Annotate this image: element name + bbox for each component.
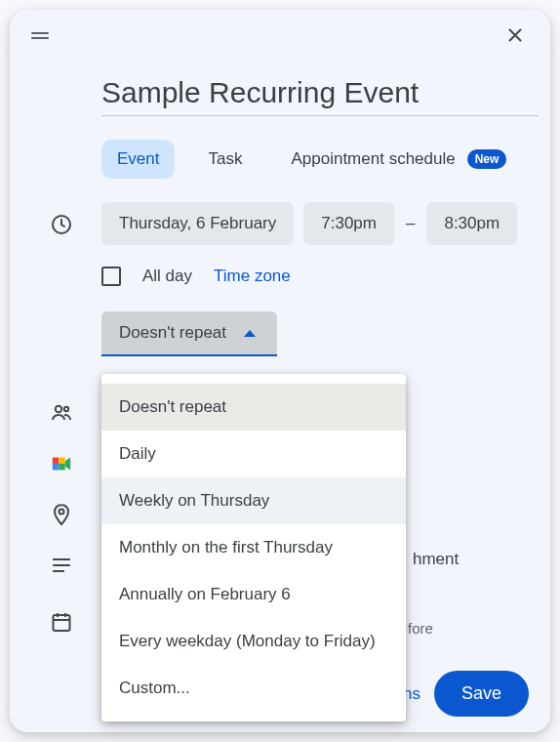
- svg-rect-7: [59, 464, 64, 470]
- start-time-chip[interactable]: 7:30pm: [303, 202, 394, 245]
- date-chip[interactable]: Thursday, 6 February: [101, 202, 294, 245]
- tab-event[interactable]: Event: [101, 140, 175, 179]
- event-title-input[interactable]: [101, 76, 539, 116]
- entry-type-tabs: Event Task Appointment schedule New: [101, 140, 550, 179]
- end-time-chip[interactable]: 8:30pm: [426, 202, 517, 245]
- all-day-checkbox[interactable]: [101, 267, 121, 286]
- location-icon: [49, 502, 74, 527]
- recurrence-option-monthly[interactable]: Monthly on the first Thursday: [101, 524, 406, 571]
- description-icon: [49, 553, 74, 578]
- tab-appointment-schedule[interactable]: Appointment schedule New: [275, 140, 522, 179]
- svg-rect-5: [59, 458, 64, 464]
- svg-rect-6: [53, 464, 59, 470]
- recurrence-select-value: Doesn't repeat: [119, 323, 226, 343]
- svg-point-1: [56, 406, 61, 412]
- time-zone-link[interactable]: Time zone: [214, 267, 291, 286]
- recurrence-option-custom[interactable]: Custom...: [101, 665, 406, 712]
- recurrence-option-daily[interactable]: Daily: [101, 431, 406, 477]
- allday-row: All day Time zone: [10, 267, 550, 286]
- close-button[interactable]: [496, 16, 535, 55]
- drag-handle-icon[interactable]: [31, 24, 53, 46]
- svg-point-2: [64, 407, 68, 411]
- recurrence-dropdown: Doesn't repeat Daily Weekly on Thursday …: [101, 374, 406, 721]
- attachment-text-peek: hment: [413, 550, 459, 569]
- time-range-separator: –: [404, 214, 417, 233]
- clock-icon: [49, 212, 74, 237]
- close-icon: [504, 24, 526, 46]
- all-day-label: All day: [142, 267, 192, 286]
- chevron-up-icon: [244, 330, 256, 337]
- save-button[interactable]: Save: [434, 671, 529, 717]
- notification-text-peek: fore: [408, 620, 433, 637]
- calendar-icon: [49, 609, 74, 635]
- dialog-topbar: [10, 10, 550, 55]
- meet-icon: [49, 451, 74, 476]
- svg-rect-4: [53, 458, 59, 464]
- recurrence-option-annually[interactable]: Annually on February 6: [101, 571, 406, 618]
- recurrence-select[interactable]: Doesn't repeat: [101, 311, 277, 356]
- svg-point-8: [60, 510, 64, 515]
- dialog-footer: ns Save: [403, 671, 529, 717]
- svg-rect-9: [54, 615, 70, 631]
- tab-task[interactable]: Task: [192, 140, 258, 179]
- recurrence-option-every-weekday[interactable]: Every weekday (Monday to Friday): [101, 618, 406, 665]
- tab-appointment-label: Appointment schedule: [291, 149, 455, 169]
- guests-icon: [49, 400, 74, 426]
- recurrence-option-weekly[interactable]: Weekly on Thursday: [101, 477, 406, 524]
- recurrence-option-doesnt-repeat[interactable]: Doesn't repeat: [101, 384, 406, 431]
- datetime-row: Thursday, 6 February 7:30pm – 8:30pm: [10, 202, 550, 245]
- event-create-dialog: Event Task Appointment schedule New Thur…: [10, 10, 550, 732]
- new-badge: New: [467, 149, 507, 169]
